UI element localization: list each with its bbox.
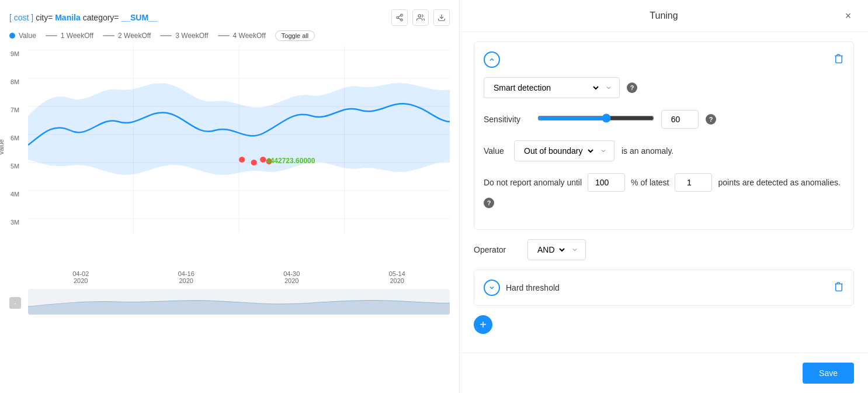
svg-point-19 bbox=[260, 157, 266, 163]
sensitivity-label: Sensitivity bbox=[484, 115, 530, 124]
legend-4weekoff-label: 4 WeekOff bbox=[233, 32, 266, 40]
tuning-footer: Save bbox=[460, 353, 868, 393]
chart-header: [ cost ] city= Manila category= __SUM__ bbox=[9, 9, 450, 26]
smart-detection-card: Smart detection Hard threshold Median ab… bbox=[474, 42, 854, 230]
svg-point-18 bbox=[251, 160, 257, 166]
sensitivity-input[interactable] bbox=[661, 110, 699, 129]
value-label: Value bbox=[484, 146, 507, 156]
operator-row: Operator AND OR bbox=[474, 239, 854, 260]
y-label-5m: 5M bbox=[11, 163, 19, 170]
operator-dropdown[interactable]: AND OR bbox=[535, 244, 567, 255]
boundary-chevron-icon bbox=[600, 147, 607, 154]
legend-value-label: Value bbox=[19, 32, 36, 40]
legend-1weekoff-label: 1 WeekOff bbox=[61, 32, 93, 40]
chart-legend: Value 1 WeekOff 2 WeekOff 3 WeekOff 4 We… bbox=[9, 30, 450, 41]
boundary-dropdown[interactable]: Out of boundary Above boundary Below bou… bbox=[522, 146, 595, 156]
report-help-icon[interactable]: ? bbox=[484, 198, 494, 208]
chart-icons bbox=[391, 9, 450, 26]
svg-point-0 bbox=[401, 14, 403, 16]
user-icon[interactable] bbox=[412, 9, 429, 26]
detection-method-select[interactable]: Smart detection Hard threshold Median ab… bbox=[484, 77, 620, 98]
mini-chart bbox=[28, 289, 450, 315]
svg-line-4 bbox=[398, 16, 401, 17]
legend-3weekoff-label: 3 WeekOff bbox=[175, 32, 208, 40]
svg-point-1 bbox=[397, 16, 399, 19]
toggle-all-button[interactable]: Toggle all bbox=[275, 30, 315, 41]
category-value: __SUM__ bbox=[121, 13, 157, 22]
add-icon: + bbox=[480, 318, 487, 332]
tuning-body: Smart detection Hard threshold Median ab… bbox=[460, 32, 868, 353]
legend-1weekoff-line bbox=[46, 35, 57, 36]
svg-line-3 bbox=[398, 18, 401, 19]
cost-bracket: [ cost ] bbox=[9, 13, 33, 22]
legend-value-dot bbox=[9, 33, 15, 39]
operator-label: Operator bbox=[474, 245, 520, 254]
tuning-title: Tuning bbox=[650, 11, 678, 21]
hard-threshold-expand-icon[interactable] bbox=[484, 280, 500, 296]
download-icon[interactable] bbox=[433, 9, 450, 26]
dropdown-chevron-icon bbox=[605, 84, 612, 91]
legend-4weekoff-line bbox=[218, 35, 230, 36]
percent-of-latest-label: % of latest bbox=[631, 178, 669, 187]
report-points-input[interactable] bbox=[675, 173, 712, 192]
add-condition-button[interactable]: + bbox=[474, 315, 492, 334]
chart-title: [ cost ] city= Manila category= __SUM__ bbox=[9, 13, 158, 22]
y-label-7m: 7M bbox=[11, 106, 19, 113]
x-label-0416: 04-162020 bbox=[178, 270, 195, 284]
x-label-0402: 04-022020 bbox=[72, 270, 89, 284]
svg-point-2 bbox=[401, 19, 403, 21]
svg-point-5 bbox=[418, 15, 421, 18]
legend-4weekoff: 4 WeekOff bbox=[218, 32, 266, 40]
tuning-header: Tuning × bbox=[460, 0, 868, 32]
points-label: points are detected as anomalies. bbox=[718, 178, 840, 187]
delete-hard-threshold-icon[interactable] bbox=[834, 281, 844, 295]
sensitivity-slider-container bbox=[537, 113, 654, 125]
report-row: Do not report anomaly until % of latest … bbox=[484, 173, 844, 208]
legend-3weekoff-line bbox=[160, 35, 172, 36]
y-label-6m: 6M bbox=[11, 135, 19, 142]
y-axis-label: Value bbox=[0, 139, 5, 155]
x-label-0430: 04-302020 bbox=[283, 270, 300, 284]
sensitivity-row: Sensitivity ? bbox=[484, 110, 844, 129]
trash-icon bbox=[834, 281, 844, 292]
chart-panel: [ cost ] city= Manila category= __SUM__ bbox=[0, 0, 459, 393]
svg-point-17 bbox=[239, 157, 245, 163]
anomaly-text: is an anomaly. bbox=[622, 146, 673, 156]
chevron-down-svg bbox=[488, 284, 495, 291]
legend-value: Value bbox=[9, 32, 36, 40]
sensitivity-help-icon[interactable]: ? bbox=[706, 114, 716, 125]
collapse-icon: - bbox=[14, 300, 16, 306]
legend-2weekoff-label: 2 WeekOff bbox=[118, 32, 151, 40]
save-button[interactable]: Save bbox=[803, 363, 854, 384]
sensitivity-slider[interactable] bbox=[537, 113, 654, 123]
mini-chart-svg bbox=[28, 289, 450, 315]
hard-threshold-left: Hard threshold bbox=[484, 280, 560, 296]
y-label-8m: 8M bbox=[11, 78, 19, 85]
hard-threshold-label: Hard threshold bbox=[506, 283, 560, 292]
operator-select[interactable]: AND OR bbox=[527, 239, 586, 260]
condition-header bbox=[484, 51, 844, 68]
detection-method-dropdown[interactable]: Smart detection Hard threshold Median ab… bbox=[491, 82, 600, 93]
operator-chevron-icon bbox=[571, 246, 578, 253]
delete-condition-icon[interactable] bbox=[834, 53, 844, 67]
expand-collapse-icon[interactable] bbox=[484, 51, 500, 68]
chart-collapse-button[interactable]: - bbox=[9, 297, 21, 309]
boundary-select[interactable]: Out of boundary Above boundary Below bou… bbox=[514, 140, 614, 161]
detection-method-row: Smart detection Hard threshold Median ab… bbox=[484, 77, 844, 98]
chart-area: Value 9M 8M 7M 6M 5M 4M 3M bbox=[9, 46, 450, 315]
city-key: city= bbox=[36, 13, 53, 22]
x-label-0514: 05-142020 bbox=[389, 270, 405, 284]
close-button[interactable]: × bbox=[840, 8, 856, 24]
detection-help-icon[interactable]: ? bbox=[627, 82, 637, 93]
share-icon[interactable] bbox=[391, 9, 408, 26]
chart-svg bbox=[28, 46, 450, 244]
report-percent-input[interactable] bbox=[588, 173, 625, 192]
x-axis: 04-022020 04-162020 04-302020 05-142020 bbox=[28, 270, 450, 284]
city-value: Manila bbox=[55, 13, 81, 22]
anomaly-value-label: 4442723.60000 bbox=[266, 157, 315, 165]
hard-threshold-card: Hard threshold bbox=[474, 270, 854, 306]
y-label-4m: 4M bbox=[11, 191, 19, 198]
report-label: Do not report anomaly until bbox=[484, 178, 582, 187]
legend-3weekoff: 3 WeekOff bbox=[160, 32, 208, 40]
tuning-panel: Tuning × bbox=[459, 0, 868, 393]
